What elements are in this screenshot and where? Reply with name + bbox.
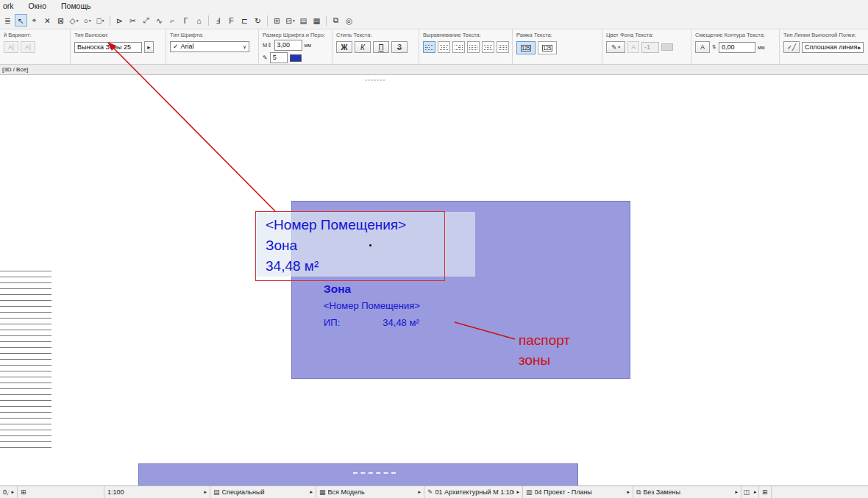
toolbar-icon[interactable]: ⊏ <box>238 14 251 26</box>
font-size-input[interactable]: 3,00 <box>274 40 302 51</box>
bg-color-swatch[interactable] <box>661 43 673 51</box>
toolbar-icon[interactable]: ▤ <box>297 14 310 26</box>
status-item-label: 04 Проект - Планы <box>535 488 625 496</box>
status-bar-item[interactable]: 0,00°▸ <box>0 486 18 498</box>
leader-type-chevron-button[interactable]: ▸ <box>144 41 154 53</box>
bg-pen-number-field[interactable]: -1 <box>641 42 659 53</box>
toolbar-icon[interactable] <box>110 15 110 26</box>
zone-label-text[interactable]: <Номер Помещения> Зона 34,48 м² <box>266 215 406 277</box>
toolbar-icon[interactable]: Г <box>179 14 192 26</box>
status-bar-item[interactable]: ▦Вся Модель▸ <box>316 486 424 498</box>
main-toolbar: ≣ ↖ ⌖ ✕ ⊠ ◇▾ ○▾ □▾ ⊳ ✂ ⤢ ∿ ⌐ Г ⌂ Ⅎ F ⊏ ↻… <box>0 12 868 29</box>
leader-type-select[interactable]: Выноска Зоны 25 <box>74 42 142 53</box>
text-frame-on-button[interactable]: 125 <box>516 41 536 54</box>
zone-stamp-number[interactable]: <Номер Помещения> <box>324 300 420 311</box>
annotation-text-line1: паспорт <box>519 332 570 349</box>
status-bar-item[interactable]: ◫00 Показать Все Элементы▸ <box>741 486 759 498</box>
toolbar-icon[interactable]: ⊞ <box>271 14 283 26</box>
toolbar-icon[interactable]: Ⅎ <box>212 14 224 26</box>
line-type-check-button[interactable]: ✓╱ <box>783 41 800 53</box>
drawing-canvas[interactable]: <Номер Помещения> Зона 34,48 м² Зона <Но… <box>0 75 868 485</box>
toolbar-icon[interactable]: ↖ <box>15 14 27 26</box>
bg-letter-button[interactable]: A <box>627 41 639 53</box>
text-frame-off-button[interactable]: 125 <box>538 41 557 54</box>
chevron-right-icon: ▸ <box>858 43 861 52</box>
bg-pen-button[interactable]: ✎▾ <box>606 41 625 53</box>
zone-stamp-title[interactable]: Зона <box>324 282 351 296</box>
chevron-right-icon: ▸ <box>204 489 207 495</box>
toolbar-icon[interactable] <box>326 15 327 26</box>
zone-stamp-area-row[interactable]: ИП:34,48 м² <box>324 317 419 328</box>
toolbar-icon[interactable]: ≣ <box>1 14 14 26</box>
pen-number-input[interactable]: 5 <box>270 52 288 63</box>
toolbar-icon-glyph: ⌐ <box>170 16 174 25</box>
text-align-button[interactable] <box>423 41 435 53</box>
text-align-button[interactable] <box>482 41 494 53</box>
status-item-icon: ⧉ <box>636 488 641 497</box>
chevron-right-icon: ▸ <box>627 489 630 495</box>
toolbar-icon[interactable]: ○▾ <box>81 14 93 26</box>
font-select[interactable]: ✓Arial∨ <box>170 41 249 52</box>
variant-label: й Вариант: <box>4 32 67 38</box>
toolbar-icon[interactable]: ↻ <box>252 14 264 26</box>
toolbar-icon[interactable]: ✂ <box>127 14 139 26</box>
toolbar-icon[interactable]: ◇▾ <box>68 14 80 26</box>
toolbar-icon[interactable]: ◎ <box>343 14 355 26</box>
section-leader-type: Тип Выноски: Выноска Зоны 25 ▸ <box>71 29 166 64</box>
toolbar-icon-glyph: ↖ <box>18 16 24 25</box>
variant-button-1[interactable]: A| <box>4 41 18 53</box>
toolbar-icon-glyph: Г <box>184 16 188 25</box>
contour-offset-icon-button[interactable]: A <box>695 41 710 53</box>
toolbar-icon[interactable] <box>208 15 209 26</box>
toolbar-icon[interactable]: ⌐ <box>166 14 179 26</box>
status-bar-item[interactable]: ✎01 Архитектурный М 1:100▸ <box>424 486 523 498</box>
status-bar-item[interactable]: ▤Специальный▸ <box>210 486 316 498</box>
status-bar-item[interactable]: ▥04 Проект - Планы▸ <box>523 486 633 498</box>
toolbar-icon[interactable]: ⊳ <box>113 14 126 26</box>
zone-fill-polygon-bottom[interactable] <box>138 463 578 485</box>
status-bar-item[interactable]: ⊞ <box>18 486 104 498</box>
text-style-label: Стиль Текста: <box>336 32 416 38</box>
chevron-right-icon: ▸ <box>735 489 738 495</box>
pen-color-swatch[interactable] <box>290 54 302 62</box>
contour-offset-input[interactable]: 0,00 <box>719 42 755 53</box>
line-type-select[interactable]: Сплошная линия▸ <box>802 42 864 53</box>
text-align-button[interactable] <box>438 41 450 53</box>
status-bar-item[interactable]: ⧉Без Замены▸ <box>633 486 741 498</box>
stepper-icon[interactable]: ⇅ <box>712 44 716 50</box>
menu-item[interactable]: ork <box>1 1 15 10</box>
view-tab[interactable]: [3D / Все] <box>2 66 28 73</box>
text-align-button[interactable] <box>452 41 465 53</box>
toolbar-icon[interactable]: ⌖ <box>28 14 40 26</box>
font-size-unit: мм <box>305 43 312 48</box>
status-bar-item[interactable]: 1:100▸ <box>104 486 210 498</box>
variant-button-2[interactable]: A| <box>21 41 35 53</box>
status-bar-item[interactable]: ⊞ <box>759 486 772 498</box>
toolbar-icon[interactable]: ∿ <box>153 14 166 26</box>
toolbar-icon[interactable]: ▦ <box>310 14 323 26</box>
status-bar: 0,00°▸ ⊞ 1:100▸ ▤Специальный▸ ▦Вся Модел… <box>0 485 868 498</box>
toolbar-icon[interactable]: ✕ <box>41 14 54 26</box>
toolbar-icon[interactable]: □▾ <box>94 14 107 26</box>
text-style-button[interactable]: З <box>391 41 408 53</box>
status-item-label: Вся Модель <box>328 488 416 496</box>
menu-item[interactable]: Помощь <box>60 1 93 10</box>
toolbar-icon[interactable]: ⌂ <box>193 14 205 26</box>
pen-icon: ✎ <box>611 43 616 51</box>
toolbar-icon[interactable]: ⧉ <box>330 14 342 26</box>
text-align-button[interactable] <box>497 41 509 53</box>
menu-item[interactable]: Окно <box>27 1 48 10</box>
text-style-button[interactable]: Ж <box>336 41 352 53</box>
text-style-button[interactable]: П <box>373 41 389 53</box>
toolbar-icon[interactable]: ⊠ <box>54 14 67 26</box>
text-align-button[interactable] <box>467 41 480 53</box>
toolbar-icon[interactable] <box>267 15 268 26</box>
toolbar-icon[interactable]: F <box>225 14 238 26</box>
editor-line-2: Зона <box>266 235 406 256</box>
font-size-pen-label: Размер Шрифта и Перо: <box>263 32 329 38</box>
section-font-type: Тип Шрифта: ✓Arial∨ <box>166 29 259 64</box>
toolbar-icon[interactable]: ⤢ <box>140 14 152 26</box>
section-text-style: Стиль Текста: ЖКПЗ <box>332 29 419 64</box>
toolbar-icon[interactable]: ⊟▾ <box>284 14 296 26</box>
text-style-button[interactable]: К <box>355 41 371 53</box>
